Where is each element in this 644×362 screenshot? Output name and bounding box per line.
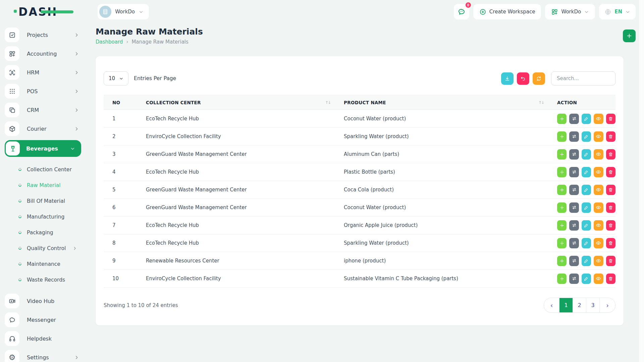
main-content: Manage Raw Materials Dashboard › Manage … — [87, 19, 644, 325]
dash-logo[interactable]: DASH — [18, 5, 57, 18]
delete-button[interactable] — [606, 202, 615, 213]
add-button[interactable] — [557, 185, 567, 195]
delete-button[interactable] — [606, 131, 615, 142]
pagination-page-3[interactable]: 3 — [586, 298, 600, 312]
edit-button[interactable] — [582, 238, 591, 248]
add-button[interactable] — [557, 202, 567, 213]
sidebar-item-crm[interactable]: CRM — [5, 103, 81, 117]
transfer-button[interactable] — [569, 274, 579, 284]
transfer-button[interactable] — [569, 131, 579, 142]
delete-button[interactable] — [606, 114, 615, 124]
sidebar-subitem-quality-control[interactable]: Quality Control — [5, 240, 81, 256]
edit-button[interactable] — [582, 114, 591, 124]
workspace-switcher-button[interactable]: WorkDo — [98, 4, 149, 19]
sidebar-item-courier[interactable]: Courier — [5, 121, 81, 136]
view-button[interactable] — [594, 256, 603, 266]
sidebar-item-accounting[interactable]: Accounting — [5, 46, 81, 61]
sidebar-subitem-waste-records[interactable]: Waste Records — [5, 272, 81, 288]
cell-no: 9 — [104, 258, 137, 264]
grid-plus-icon — [551, 8, 558, 15]
transfer-button[interactable] — [569, 256, 579, 266]
sidebar-item-settings[interactable]: ⚙ Settings — [5, 350, 81, 362]
sidebar-item-projects[interactable]: Projects — [5, 27, 81, 42]
sidebar-item-pos[interactable]: POS — [5, 84, 81, 99]
view-button[interactable] — [594, 114, 603, 124]
sidebar-subitem-bill-of-material[interactable]: Bill Of Material — [5, 193, 81, 209]
delete-button[interactable] — [606, 274, 615, 284]
view-button[interactable] — [594, 131, 603, 142]
edit-button[interactable] — [582, 185, 591, 195]
pagination-page-2[interactable]: 2 — [573, 298, 586, 312]
add-button[interactable] — [557, 114, 567, 124]
download-icon — [504, 76, 510, 81]
cell-collection-center: EnviroCycle Collection Facility — [137, 276, 335, 282]
pagination-next-button[interactable]: › — [600, 298, 615, 312]
edit-button[interactable] — [582, 149, 591, 160]
app-switcher-button[interactable]: WorkDo — [545, 4, 595, 19]
language-selector[interactable]: EN — [599, 4, 636, 19]
create-raw-material-button[interactable] — [623, 29, 636, 42]
entries-per-page-select[interactable]: 10 — [104, 71, 128, 85]
bullet-icon — [18, 199, 22, 203]
view-button[interactable] — [594, 167, 603, 177]
transfer-button[interactable] — [569, 149, 579, 160]
chevron-right-icon — [74, 51, 79, 56]
refresh-button[interactable] — [533, 72, 545, 85]
search-input[interactable] — [551, 71, 615, 85]
add-button[interactable] — [557, 238, 567, 248]
column-header-collection-center[interactable]: COLLECTION CENTER ↑↓ — [137, 100, 335, 105]
transfer-button[interactable] — [569, 167, 579, 177]
edit-button[interactable] — [582, 202, 591, 213]
sidebar-subitem-manufacturing[interactable]: Manufacturing — [5, 209, 81, 225]
table-row: 2 EnviroCycle Collection Facility Sparkl… — [104, 128, 615, 145]
add-button[interactable] — [557, 220, 567, 231]
add-button[interactable] — [557, 149, 567, 160]
messages-button[interactable]: 0 — [454, 4, 469, 19]
edit-button[interactable] — [582, 167, 591, 177]
transfer-button[interactable] — [569, 220, 579, 231]
bullet-icon — [18, 167, 22, 172]
column-header-product-name[interactable]: PRODUCT NAME ↑↓ — [335, 100, 548, 105]
delete-button[interactable] — [606, 167, 615, 177]
view-button[interactable] — [594, 238, 603, 248]
breadcrumb-separator: › — [126, 39, 128, 45]
sidebar-subitem-maintenance[interactable]: Maintenance — [5, 256, 81, 272]
delete-button[interactable] — [606, 185, 615, 195]
delete-button[interactable] — [606, 256, 615, 266]
sidebar-subitem-raw-material[interactable]: Raw Material — [5, 177, 81, 193]
view-button[interactable] — [594, 149, 603, 160]
sidebar-item-beverages[interactable]: Beverages — [5, 140, 81, 157]
breadcrumb-dashboard-link[interactable]: Dashboard — [96, 39, 123, 45]
create-workspace-button[interactable]: Create Workspace — [473, 4, 541, 19]
pagination-page-1[interactable]: 1 — [559, 298, 573, 312]
export-button[interactable] — [501, 72, 514, 85]
view-button[interactable] — [594, 185, 603, 195]
edit-button[interactable] — [582, 131, 591, 142]
transfer-button[interactable] — [569, 202, 579, 213]
transfer-button[interactable] — [569, 238, 579, 248]
add-button[interactable] — [557, 274, 567, 284]
sidebar-item-helpdesk[interactable]: Helpdesk — [5, 331, 81, 346]
edit-button[interactable] — [582, 220, 591, 231]
delete-button[interactable] — [606, 149, 615, 160]
delete-button[interactable] — [606, 238, 615, 248]
edit-button[interactable] — [582, 256, 591, 266]
add-button[interactable] — [557, 256, 567, 266]
sidebar-item-video-hub[interactable]: Video Hub — [5, 294, 81, 308]
transfer-button[interactable] — [569, 114, 579, 124]
sidebar-item-hrm[interactable]: HRM — [5, 65, 81, 80]
view-button[interactable] — [594, 220, 603, 231]
delete-button[interactable] — [606, 220, 615, 231]
add-button[interactable] — [557, 131, 567, 142]
sidebar-item-messenger[interactable]: Messenger — [5, 312, 81, 327]
view-button[interactable] — [594, 202, 603, 213]
pagination-prev-button[interactable]: ‹ — [544, 298, 559, 312]
table-row: 1 EcoTech Recycle Hub Coconut Water (pro… — [104, 110, 615, 128]
edit-button[interactable] — [582, 274, 591, 284]
transfer-button[interactable] — [569, 185, 579, 195]
sidebar-subitem-collection-center[interactable]: Collection Center — [5, 162, 81, 177]
view-button[interactable] — [594, 274, 603, 284]
sidebar-subitem-packaging[interactable]: Packaging — [5, 225, 81, 240]
reset-button[interactable] — [517, 72, 529, 85]
add-button[interactable] — [557, 167, 567, 177]
